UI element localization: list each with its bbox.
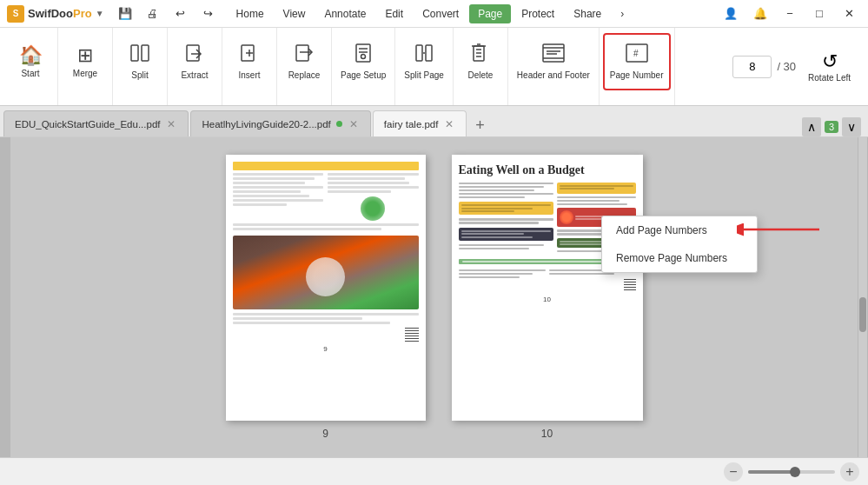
- main-area: 9 9 Eating Well on a Budget: [0, 137, 868, 457]
- page-number-icon: #: [625, 43, 649, 69]
- merge-icon: ⊞: [77, 44, 93, 67]
- zoom-out-button[interactable]: −: [724, 462, 743, 482]
- app-logo[interactable]: S SwifDooPro ▼: [7, 5, 104, 23]
- page-number-label: Page Number: [610, 70, 664, 81]
- menu-bar: Home View Annotate Edit Convert Page Pro…: [228, 4, 719, 23]
- scrollbar[interactable]: [858, 137, 867, 457]
- tab-healthy-label: HeatlhyLivingGuide20-2...pdf: [202, 119, 330, 130]
- menu-annotate[interactable]: Annotate: [315, 4, 374, 23]
- replace-icon: [294, 43, 315, 69]
- menu-home[interactable]: Home: [228, 4, 273, 23]
- ribbon-section-delete: Delete: [454, 28, 508, 105]
- user-icon[interactable]: 👤: [719, 4, 743, 23]
- scroll-thumb[interactable]: [859, 297, 866, 332]
- rotate-left-button[interactable]: ↺ Rotate Left: [801, 47, 858, 86]
- insert-button[interactable]: Insert: [226, 33, 273, 90]
- tab-nav-up[interactable]: ∧: [802, 117, 821, 136]
- tab-edu[interactable]: EDU_QuickStartGuide_Edu...pdf ✕: [3, 110, 189, 136]
- bell-icon[interactable]: 🔔: [748, 4, 772, 23]
- undo-button[interactable]: ↩: [169, 4, 193, 23]
- page-number-input[interactable]: [732, 56, 772, 78]
- ribbon-section-insert: Insert: [222, 28, 277, 105]
- zoom-thumb[interactable]: [790, 467, 800, 477]
- maximize-button[interactable]: □: [807, 4, 832, 23]
- zoom-controls: − +: [724, 462, 859, 482]
- menu-convert[interactable]: Convert: [414, 4, 467, 23]
- status-bar: − +: [0, 457, 868, 485]
- svg-rect-1: [142, 45, 149, 61]
- delete-icon: [470, 43, 491, 69]
- tab-healthy[interactable]: HeatlhyLivingGuide20-2...pdf ✕: [190, 110, 370, 136]
- ribbon-right: / 30 ↺ Rotate Left: [726, 28, 865, 105]
- split-page-label: Split Page: [404, 70, 444, 81]
- page-9-number: 9: [226, 345, 426, 356]
- ribbon-section-merge: ⊞ Merge: [58, 28, 113, 105]
- dropdown-arrow-icon[interactable]: ▼: [96, 9, 104, 18]
- page-10-thumbnail: Eating Well on a Budget: [452, 155, 643, 421]
- tab-nav-down[interactable]: ∨: [842, 117, 861, 136]
- svg-point-8: [361, 55, 366, 59]
- redo-button[interactable]: ↪: [196, 4, 221, 23]
- tab-edu-close[interactable]: ✕: [165, 118, 177, 130]
- menu-view[interactable]: View: [275, 4, 315, 23]
- menu-edit[interactable]: Edit: [376, 4, 412, 23]
- tab-healthy-close[interactable]: ✕: [348, 118, 360, 130]
- replace-button[interactable]: Replace: [281, 33, 328, 90]
- tab-edu-label: EDU_QuickStartGuide_Edu...pdf: [15, 119, 160, 130]
- add-page-numbers-label: Add Page Numbers: [616, 224, 707, 236]
- page-10-number: 10: [452, 296, 643, 307]
- sidebar-left: [0, 137, 10, 457]
- ribbon: 🏠 Start ⊞ Merge Split: [0, 28, 868, 106]
- page-number-button[interactable]: # Page Number: [603, 33, 671, 90]
- split-page-button[interactable]: Split Page: [399, 33, 449, 90]
- replace-label: Replace: [288, 70, 321, 81]
- svg-rect-0: [131, 45, 138, 61]
- extract-icon: [184, 43, 205, 69]
- tab-fairytale[interactable]: fairy tale.pdf ✕: [373, 110, 467, 136]
- split-icon: [129, 43, 150, 69]
- merge-button[interactable]: ⊞ Merge: [62, 33, 109, 90]
- remove-page-numbers-item[interactable]: Remove Page Numbers: [602, 244, 757, 272]
- save-button[interactable]: 💾: [113, 4, 137, 23]
- rotate-left-icon: ↺: [822, 50, 838, 73]
- add-page-numbers-item[interactable]: Add Page Numbers: [602, 216, 757, 244]
- start-button[interactable]: 🏠 Start: [7, 33, 54, 90]
- logo-icon: S: [7, 5, 24, 23]
- zoom-in-button[interactable]: +: [840, 462, 859, 482]
- extract-label: Extract: [181, 70, 208, 81]
- menu-share[interactable]: Share: [565, 4, 610, 23]
- svg-text:#: #: [633, 49, 639, 58]
- page-10-label: 10: [541, 428, 553, 440]
- page-10-container: Eating Well on a Budget: [452, 155, 643, 440]
- svg-rect-18: [543, 44, 564, 62]
- tabs-bar: EDU_QuickStartGuide_Edu...pdf ✕ HeatlhyL…: [0, 106, 868, 137]
- menu-more[interactable]: ›: [612, 4, 633, 23]
- minimize-button[interactable]: −: [778, 4, 802, 23]
- svg-rect-4: [296, 45, 308, 61]
- rotate-left-label: Rotate Left: [808, 73, 851, 83]
- page-setup-label: Page Setup: [341, 70, 386, 81]
- print-button[interactable]: 🖨: [141, 4, 165, 23]
- add-tab-button[interactable]: +: [468, 114, 491, 136]
- menu-protect[interactable]: Protect: [513, 4, 563, 23]
- tab-fairytale-close[interactable]: ✕: [443, 118, 455, 130]
- svg-rect-2: [187, 45, 199, 61]
- close-button[interactable]: ✕: [837, 4, 861, 23]
- header-footer-label: Header and Footer: [517, 70, 590, 81]
- extract-button[interactable]: Extract: [171, 33, 218, 90]
- page-setup-button[interactable]: Page Setup: [335, 33, 391, 90]
- split-button[interactable]: Split: [116, 33, 163, 90]
- zoom-fill: [748, 470, 792, 474]
- split-label: Split: [131, 70, 148, 81]
- header-footer-icon: [541, 43, 566, 69]
- menu-page[interactable]: Page: [469, 4, 511, 23]
- delete-label: Delete: [467, 70, 493, 81]
- page-number-dropdown: Add Page Numbers Remove Page Numbers: [601, 216, 758, 273]
- tab-fairytale-label: fairy tale.pdf: [384, 119, 439, 130]
- page-9-container: 9 9: [226, 155, 426, 440]
- svg-rect-9: [416, 45, 422, 61]
- header-footer-button[interactable]: Header and Footer: [512, 33, 595, 90]
- ribbon-section-start: 🏠 Start: [3, 28, 58, 105]
- delete-button[interactable]: Delete: [457, 33, 504, 90]
- zoom-slider[interactable]: [748, 470, 835, 474]
